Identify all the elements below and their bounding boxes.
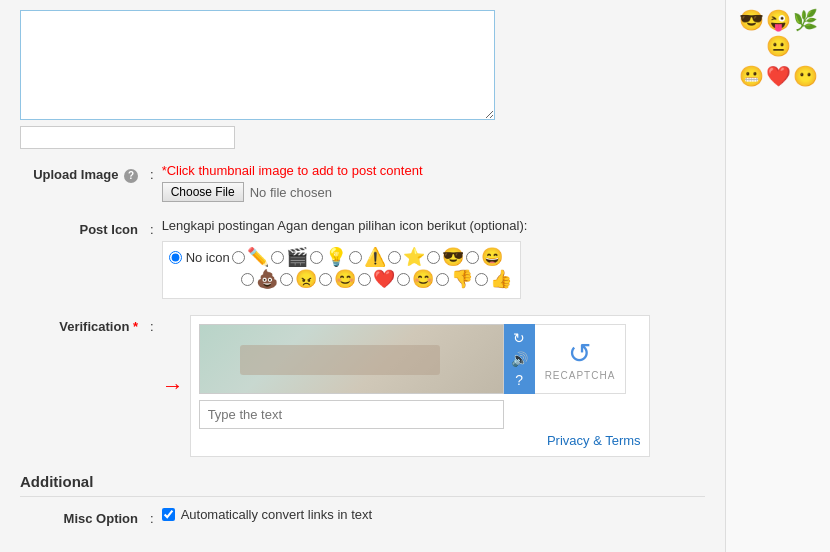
additional-header: Additional (20, 473, 705, 497)
captcha-controls: ↻ 🔊 ? (504, 324, 535, 394)
warning-icon: ⚠️ (364, 248, 386, 266)
misc-checkbox-row: Automatically convert links in text (162, 507, 705, 522)
post-icon-label: Post Icon (20, 218, 150, 237)
misc-option-colon: : (150, 507, 162, 526)
icon-radio[interactable] (427, 251, 440, 264)
icon-radio[interactable] (232, 251, 245, 264)
thumbsup-icon: 👍 (490, 270, 512, 288)
bulb-icon: 💡 (325, 248, 347, 266)
cool-icon: 😎 (442, 248, 464, 266)
help-icon[interactable]: ? (124, 169, 138, 183)
captcha-help-button[interactable]: ? (510, 371, 529, 389)
upload-note: *Click thumbnail image to add to post co… (162, 163, 705, 178)
captcha-text-input[interactable] (199, 400, 504, 429)
post-icon-content: Lengkapi postingan Agan dengan pilihan i… (162, 218, 705, 299)
icon-radio-pencil[interactable]: ✏️ (232, 248, 269, 266)
icon-radio-star[interactable]: ⭐ (388, 248, 425, 266)
icon-radio[interactable] (436, 273, 449, 286)
recaptcha-icon: ↺ (568, 337, 591, 370)
thumbsdown-icon: 👎 (451, 270, 473, 288)
emoji-item[interactable]: 😶 (793, 64, 818, 88)
icon-radio[interactable] (310, 251, 323, 264)
verification-label: Verification * (20, 315, 150, 334)
verification-area: ↻ 🔊 ? ↺ reCAPTCHA (190, 315, 650, 457)
emoji-row-2: 😬 ❤️ 😶 (739, 64, 818, 88)
no-icon-radio[interactable] (169, 251, 182, 264)
choose-file-button[interactable]: Choose File (162, 182, 244, 202)
form-area: 19959 Upload Image ? : *Click thumbnail … (0, 0, 725, 552)
red-arrow-icon: → (162, 375, 184, 397)
verification-row: Verification * : → (20, 315, 705, 457)
poop-icon: 💩 (256, 270, 278, 288)
captcha-audio-button[interactable]: 🔊 (510, 350, 529, 368)
no-file-text: No file chosen (250, 185, 332, 200)
emoji-item[interactable]: 😬 (739, 64, 764, 88)
no-icon-label: No icon (186, 250, 230, 265)
auto-convert-links-checkbox[interactable] (162, 508, 175, 521)
emoji-row-1: 😎 😜 🌿 😐 (731, 8, 825, 58)
icon-radio[interactable] (319, 273, 332, 286)
icon-radio-smile[interactable]: 😄 (466, 248, 503, 266)
recaptcha-logo: ↺ reCAPTCHA (535, 324, 627, 394)
icon-row-1: No icon ✏️ 🎬 💡 (169, 248, 514, 266)
upload-image-label: Upload Image ? (20, 163, 150, 183)
upload-colon: : (150, 163, 162, 182)
icon-radio[interactable] (241, 273, 254, 286)
icon-radio-cool[interactable]: 😎 (427, 248, 464, 266)
icon-radio-warning[interactable]: ⚠️ (349, 248, 386, 266)
icon-radio-angry[interactable]: 😠 (280, 270, 317, 288)
captcha-row: ↻ 🔊 ? ↺ reCAPTCHA (199, 324, 641, 394)
icon-radio-film[interactable]: 🎬 (271, 248, 308, 266)
verification-colon: : (150, 315, 162, 334)
required-marker: * (129, 319, 138, 334)
icon-radio-poop[interactable]: 💩 (241, 270, 278, 288)
icon-radio[interactable] (475, 273, 488, 286)
icon-grid: No icon ✏️ 🎬 💡 (162, 241, 521, 299)
upload-image-content: *Click thumbnail image to add to post co… (162, 163, 705, 202)
icon-row-2: 💩 😠 😊 ❤️ (169, 270, 514, 288)
icon-radio-thumbsup[interactable]: 👍 (475, 270, 512, 288)
recaptcha-label: reCAPTCHA (545, 370, 616, 381)
blush-icon: 😊 (412, 270, 434, 288)
icon-radio[interactable] (349, 251, 362, 264)
emoji-item[interactable]: 🌿 (793, 8, 818, 32)
icon-radio[interactable] (280, 273, 293, 286)
arrow-indicator: → (162, 375, 184, 397)
icon-radio[interactable] (388, 251, 401, 264)
emoji-item[interactable]: ❤️ (766, 64, 791, 88)
misc-option-row: Misc Option : Automatically convert link… (20, 507, 705, 526)
star-icon: ⭐ (403, 248, 425, 266)
upload-image-row: Upload Image ? : *Click thumbnail image … (20, 163, 705, 202)
post-icon-description: Lengkapi postingan Agan dengan pilihan i… (162, 218, 705, 233)
main-container: 19959 Upload Image ? : *Click thumbnail … (0, 0, 830, 552)
icon-radio-happy[interactable]: 😊 (319, 270, 356, 288)
char-count-input[interactable]: 19959 (20, 126, 235, 149)
post-icon-colon: : (150, 218, 162, 237)
icon-radio-thumbsdown[interactable]: 👎 (436, 270, 473, 288)
icon-radio[interactable] (271, 251, 284, 264)
post-content-textarea[interactable] (20, 10, 495, 120)
angry-icon: 😠 (295, 270, 317, 288)
post-icon-row: Post Icon : Lengkapi postingan Agan deng… (20, 218, 705, 299)
verification-content: → ↻ 🔊 ? (162, 315, 705, 457)
icon-radio[interactable] (358, 273, 371, 286)
icon-radio-blush[interactable]: 😊 (397, 270, 434, 288)
captcha-image (199, 324, 504, 394)
film-icon: 🎬 (286, 248, 308, 266)
emoji-item[interactable]: 😐 (766, 34, 791, 58)
icon-radio[interactable] (466, 251, 479, 264)
icon-radio-heart[interactable]: ❤️ (358, 270, 395, 288)
no-icon-radio-item[interactable]: No icon (169, 250, 230, 265)
icon-radio-bulb[interactable]: 💡 (310, 248, 347, 266)
heart-icon: ❤️ (373, 270, 395, 288)
icon-radio[interactable] (397, 273, 410, 286)
privacy-terms-link[interactable]: Privacy & Terms (547, 433, 641, 448)
captcha-footer: Privacy & Terms (199, 433, 641, 448)
misc-option-content: Automatically convert links in text (162, 507, 705, 522)
emoji-item[interactable]: 😜 (766, 8, 791, 32)
emoji-item[interactable]: 😎 (739, 8, 764, 32)
captcha-refresh-button[interactable]: ↻ (510, 329, 529, 347)
auto-convert-label: Automatically convert links in text (181, 507, 372, 522)
misc-option-label: Misc Option (20, 507, 150, 526)
pencil-icon: ✏️ (247, 248, 269, 266)
